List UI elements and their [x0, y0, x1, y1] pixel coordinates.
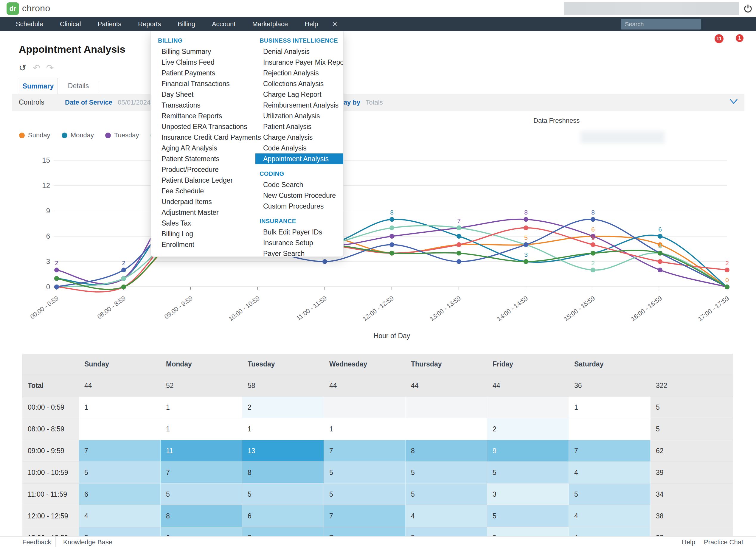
data-point-saturday[interactable] [658, 251, 662, 256]
data-point-thursday[interactable] [524, 226, 528, 230]
row-total-cell[interactable]: 5 [651, 418, 733, 440]
menu-item-patient-balance-ledger[interactable]: Patient Balance Ledger [154, 175, 252, 186]
heat-cell[interactable]: 5 [79, 462, 161, 484]
heat-cell[interactable]: 6 [79, 484, 161, 505]
data-point-friday[interactable] [322, 259, 327, 264]
menu-item-patient-analysis[interactable]: Patient Analysis [255, 121, 344, 132]
tab-details[interactable]: Details [62, 78, 95, 94]
data-point-wednesday[interactable] [121, 276, 126, 281]
menu-item-adjustment-master[interactable]: Adjustment Master [154, 207, 252, 218]
heat-cell[interactable]: 2 [242, 397, 324, 418]
nav-item-account[interactable]: Account [212, 20, 236, 28]
data-point-saturday[interactable] [725, 285, 729, 289]
heat-cell[interactable]: 2 [487, 418, 569, 440]
data-point-monday[interactable] [389, 217, 394, 222]
heat-cell[interactable]: 7 [161, 462, 242, 484]
menu-item-underpaid-items[interactable]: Underpaid Items [154, 196, 252, 207]
data-point-saturday[interactable] [389, 251, 394, 256]
menu-item-billing-log[interactable]: Billing Log [154, 229, 252, 239]
heat-cell[interactable]: 5 [569, 484, 651, 505]
nav-item-reports[interactable]: Reports [138, 20, 161, 28]
heat-cell[interactable]: 3 [487, 484, 569, 505]
heat-cell[interactable]: 8 [242, 462, 324, 484]
heat-cell[interactable]: 1 [161, 418, 242, 440]
heat-cell[interactable]: 5 [161, 484, 242, 505]
menu-item-patient-statements[interactable]: Patient Statements [154, 153, 252, 164]
menu-item-unposted-era-transactions[interactable]: Unposted ERA Transactions [154, 121, 252, 132]
menu-item-charge-analysis[interactable]: Charge Analysis [255, 132, 344, 143]
menu-item-billing-summary[interactable]: Billing Summary [154, 46, 252, 57]
data-point-friday[interactable] [389, 242, 394, 247]
data-point-friday[interactable] [524, 242, 528, 247]
menu-close-icon[interactable]: × [333, 20, 337, 28]
menu-item-financial-transactions[interactable]: Financial Transactions [154, 78, 252, 89]
nav-item-billing[interactable]: Billing [178, 20, 195, 28]
menu-item-code-search[interactable]: Code Search [255, 179, 344, 190]
heat-cell[interactable] [406, 397, 487, 418]
heat-cell[interactable]: 5 [406, 484, 487, 505]
heat-cell[interactable] [569, 418, 651, 440]
menu-item-product-procedure[interactable]: Product/Procedure [154, 164, 252, 175]
undo-icon[interactable]: ↶ [33, 63, 40, 73]
data-point-friday[interactable] [591, 217, 595, 222]
heat-cell[interactable]: 7 [324, 440, 406, 462]
menu-item-bulk-edit-payer-ids[interactable]: Bulk Edit Payer IDs [255, 227, 344, 237]
menu-item-aging-ar-analysis[interactable]: Aging AR Analysis [154, 143, 252, 153]
row-total-cell[interactable]: 5 [651, 397, 733, 418]
menu-item-insurance-payer-mix-report[interactable]: Insurance Payer Mix Report [255, 57, 344, 68]
heat-cell[interactable]: 7 [324, 527, 406, 536]
heat-cell[interactable]: 3 [487, 527, 569, 536]
menu-item-rejection-analysis[interactable]: Rejection Analysis [255, 68, 344, 78]
nav-item-schedule[interactable]: Schedule [16, 20, 43, 28]
menu-item-day-sheet[interactable]: Day Sheet [154, 89, 252, 100]
row-total-cell[interactable]: 62 [651, 440, 733, 462]
data-point-saturday[interactable] [591, 251, 595, 256]
heat-cell[interactable]: 4 [79, 505, 161, 527]
menu-item-code-analysis[interactable]: Code Analysis [255, 143, 344, 153]
heat-cell[interactable]: 5 [406, 462, 487, 484]
menu-item-custom-procedures[interactable]: Custom Procedures [255, 201, 344, 212]
heat-cell[interactable]: 4 [406, 505, 487, 527]
heat-cell[interactable]: 7 [324, 505, 406, 527]
heat-cell[interactable] [324, 397, 406, 418]
data-point-thursday[interactable] [658, 259, 662, 264]
nav-item-patients[interactable]: Patients [98, 20, 122, 28]
menu-item-reimbursement-analysis[interactable]: Reimbursement Analysis [255, 100, 344, 111]
heat-cell[interactable]: 1 [79, 397, 161, 418]
footer-link-knowledge-base[interactable]: Knowledge Base [63, 538, 112, 546]
row-total-cell[interactable]: 39 [651, 462, 733, 484]
data-point-saturday[interactable] [457, 251, 461, 256]
menu-item-patient-payments[interactable]: Patient Payments [154, 68, 252, 78]
footer-link-help[interactable]: Help [682, 538, 695, 546]
heat-cell[interactable]: 1 [242, 418, 324, 440]
footer-link-practice-chat[interactable]: Practice Chat [704, 538, 743, 546]
menu-item-insurance-setup[interactable]: Insurance Setup [255, 237, 344, 248]
menu-item-remittance-reports[interactable]: Remittance Reports [154, 111, 252, 121]
menu-item-utilization-analysis[interactable]: Utilization Analysis [255, 111, 344, 121]
data-point-thursday[interactable] [591, 242, 595, 247]
heat-cell[interactable]: 1 [324, 418, 406, 440]
heat-cell[interactable]: 6 [242, 505, 324, 527]
heat-cell[interactable]: 4 [569, 462, 651, 484]
heat-cell[interactable]: 13 [242, 440, 324, 462]
heat-cell[interactable]: 7 [569, 440, 651, 462]
heat-cell[interactable]: 1 [569, 397, 651, 418]
heat-cell[interactable] [487, 397, 569, 418]
search-input[interactable] [621, 19, 701, 29]
nav-item-marketplace[interactable]: Marketplace [252, 20, 288, 28]
menu-item-charge-lag-report[interactable]: Charge Lag Report [255, 89, 344, 100]
heat-cell[interactable]: 1 [161, 397, 242, 418]
nav-item-clinical[interactable]: Clinical [60, 20, 81, 28]
heat-cell[interactable]: 5 [242, 484, 324, 505]
data-point-tuesday[interactable] [389, 234, 394, 239]
tab-summary[interactable]: Summary [19, 78, 58, 94]
heat-cell[interactable]: 7 [79, 440, 161, 462]
menu-item-insurance-credit-card-payments[interactable]: Insurance Credit Card Payments [154, 132, 252, 143]
heat-cell[interactable]: 5 [487, 505, 569, 527]
heat-cell[interactable]: 5 [487, 462, 569, 484]
heat-cell[interactable]: 8 [161, 505, 242, 527]
menu-item-collections-analysis[interactable]: Collections Analysis [255, 78, 344, 89]
data-point-saturday[interactable] [121, 285, 126, 289]
refresh-icon[interactable]: ↺ [19, 63, 26, 73]
data-point-thursday[interactable] [725, 268, 729, 272]
